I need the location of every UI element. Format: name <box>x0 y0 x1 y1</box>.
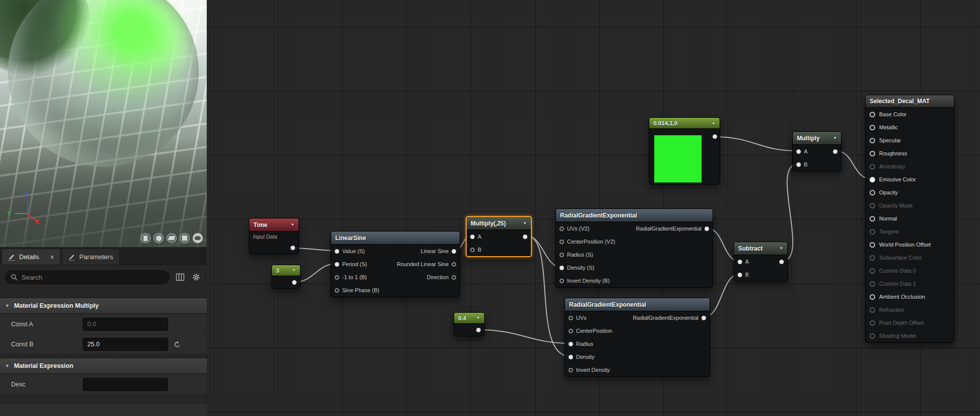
preview-shape-cylinder-button[interactable] <box>141 233 151 243</box>
output-pin[interactable] <box>705 227 709 231</box>
node-multiply[interactable]: Multiply ▼ A B <box>792 131 842 171</box>
material-pin[interactable] <box>870 307 875 313</box>
material-pin[interactable] <box>870 112 875 117</box>
output-pin[interactable] <box>713 134 717 139</box>
preview-shape-sphere-button[interactable] <box>154 233 164 243</box>
material-pin[interactable] <box>870 294 875 300</box>
node-constant-0-4-header[interactable]: 0.4 ▼ <box>454 313 484 324</box>
settings-button[interactable] <box>191 272 202 283</box>
material-pin[interactable] <box>870 333 875 339</box>
search-input[interactable] <box>22 274 164 281</box>
input-pin[interactable] <box>569 316 573 320</box>
material-graph-canvas[interactable]: Time ▼ Input Data 3 ▼ LinearSine Value (… <box>207 0 980 416</box>
node-time-header[interactable]: Time ▼ <box>249 219 299 232</box>
input-pin[interactable] <box>559 279 564 283</box>
node-constant-vector[interactable]: 0.014,1,0 ▲ <box>649 117 720 184</box>
close-icon[interactable]: × <box>50 253 54 261</box>
input-pin[interactable] <box>569 329 573 333</box>
view-options-button[interactable] <box>175 272 186 283</box>
output-pin[interactable] <box>452 262 456 267</box>
material-pin[interactable] <box>870 164 875 169</box>
material-pin[interactable] <box>870 320 875 326</box>
node-title: 0.4 <box>458 315 466 321</box>
preview-shape-cube-button[interactable] <box>180 233 190 243</box>
input-pin[interactable] <box>559 240 564 244</box>
node-subtract-header[interactable]: Subtract ▼ <box>734 242 787 255</box>
material-pin[interactable] <box>870 281 875 287</box>
node-subtract[interactable]: Subtract ▼ A B <box>734 242 788 282</box>
output-pin[interactable] <box>476 328 481 332</box>
input-pin[interactable] <box>335 288 339 293</box>
input-pin[interactable] <box>559 253 564 257</box>
output-pin[interactable] <box>452 275 456 280</box>
output-pin[interactable] <box>779 260 784 264</box>
material-pin[interactable] <box>870 242 875 248</box>
material-pin[interactable] <box>870 216 875 222</box>
input-pin[interactable] <box>559 266 564 270</box>
node-linearsine-header[interactable]: LinearSine <box>331 232 460 245</box>
const-a-field[interactable] <box>83 318 168 331</box>
input-pin[interactable] <box>335 275 339 280</box>
node-radialgradientexponential-1[interactable]: RadialGradientExponential UVs (V2) Radia… <box>555 209 713 288</box>
node-linearsine[interactable]: LinearSine Value (S) Linear Sine Period … <box>331 231 460 297</box>
node-material-result-header[interactable]: Selected_Decal_MAT <box>866 95 954 108</box>
input-pin[interactable] <box>569 342 573 346</box>
reset-to-default-button[interactable] <box>173 340 181 348</box>
output-pin[interactable] <box>702 316 706 320</box>
input-pin[interactable] <box>569 368 573 372</box>
const-a-input[interactable] <box>87 321 164 328</box>
node-radialgradientexponential-2[interactable]: RadialGradientExponential UVs RadialGrad… <box>565 298 710 377</box>
material-pin[interactable] <box>870 255 875 261</box>
const-b-field[interactable] <box>83 338 168 351</box>
section-material-expression-multiply[interactable]: ▼ Material Expression Multiply <box>0 298 207 314</box>
tab-details[interactable]: Details × <box>2 249 60 265</box>
preview-shape-plane-button[interactable] <box>167 233 177 243</box>
section-material-expression[interactable]: ▼ Material Expression <box>0 358 207 374</box>
node-multiply-header[interactable]: Multiply ▼ <box>793 132 841 145</box>
material-pin[interactable] <box>870 203 875 209</box>
node-constant-vector-header[interactable]: 0.014,1,0 ▲ <box>649 118 720 129</box>
node-time[interactable]: Time ▼ Input Data <box>249 218 299 254</box>
color-swatch[interactable] <box>654 135 702 183</box>
input-pin[interactable] <box>335 262 339 267</box>
node-constant-3[interactable]: 3 ▼ <box>271 265 301 289</box>
const-b-input[interactable] <box>87 341 164 348</box>
input-pin[interactable] <box>796 149 801 154</box>
material-pin[interactable] <box>870 177 875 182</box>
input-pin[interactable] <box>738 273 742 277</box>
output-pin[interactable] <box>452 249 456 254</box>
search-box[interactable] <box>5 270 170 284</box>
output-pin[interactable] <box>833 149 837 154</box>
chevron-down-icon: ▼ <box>291 223 295 227</box>
axis-gizmo: Z Y X <box>9 191 49 226</box>
output-pin[interactable] <box>291 246 295 250</box>
input-pin[interactable] <box>559 227 564 231</box>
axis-y-line <box>15 213 28 214</box>
input-pin[interactable] <box>470 235 475 239</box>
material-preview-viewport[interactable]: Z Y X <box>0 0 207 247</box>
material-pin[interactable] <box>870 268 875 274</box>
output-pin[interactable] <box>292 280 297 285</box>
input-pin[interactable] <box>470 248 475 252</box>
tab-parameters[interactable]: Parameters <box>62 249 119 265</box>
output-pin[interactable] <box>523 235 527 239</box>
node-material-result[interactable]: Selected_Decal_MAT Base Color Metallic S… <box>865 95 954 343</box>
material-pin[interactable] <box>870 138 875 143</box>
input-pin[interactable] <box>335 249 339 254</box>
desc-input[interactable] <box>87 381 164 388</box>
node-multiply-25-header[interactable]: Multiply(,25) ▼ <box>467 217 531 230</box>
node-constant-3-header[interactable]: 3 ▼ <box>272 265 300 276</box>
node-rge1-header[interactable]: RadialGradientExponential <box>556 209 713 222</box>
material-pin[interactable] <box>870 190 875 195</box>
desc-field[interactable] <box>83 378 168 391</box>
node-constant-0-4[interactable]: 0.4 ▼ <box>454 312 485 336</box>
node-rge2-header[interactable]: RadialGradientExponential <box>565 298 710 311</box>
input-pin[interactable] <box>569 355 573 359</box>
input-pin[interactable] <box>738 260 742 264</box>
input-pin[interactable] <box>796 162 801 167</box>
node-multiply-25[interactable]: Multiply(,25) ▼ A B <box>466 216 532 257</box>
material-pin[interactable] <box>870 229 875 235</box>
material-pin[interactable] <box>870 151 875 156</box>
material-pin[interactable] <box>870 125 875 130</box>
preview-shape-teapot-button[interactable] <box>193 233 203 243</box>
